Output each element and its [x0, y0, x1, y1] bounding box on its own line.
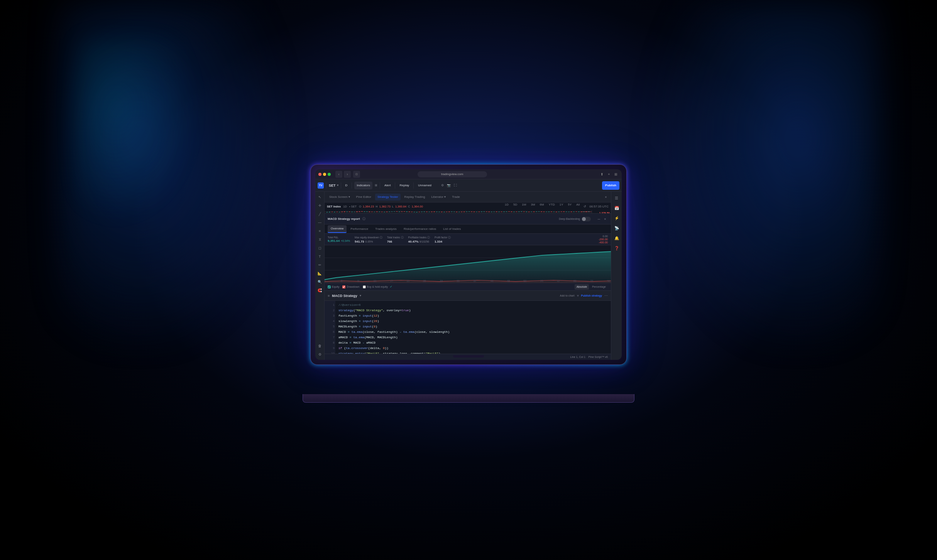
- pencil-tool[interactable]: ✏: [316, 261, 324, 269]
- alerts-icon[interactable]: ⚡: [613, 214, 621, 222]
- news-icon[interactable]: 📡: [613, 224, 621, 232]
- subtab-performance[interactable]: Performance: [347, 225, 371, 233]
- buy-hold-checkbox[interactable]: [363, 285, 366, 288]
- help-icon[interactable]: ❓: [613, 244, 621, 252]
- calendar-icon[interactable]: 📅: [613, 204, 621, 212]
- subtab-risk[interactable]: Risk/performance ratios: [401, 225, 439, 233]
- camera-icon[interactable]: 📷: [447, 184, 451, 187]
- settings-tool[interactable]: ⚙: [316, 351, 324, 358]
- equity-checkbox[interactable]: [328, 285, 331, 288]
- svg-text:441: 441: [490, 280, 494, 282]
- add-tab-button[interactable]: +: [606, 172, 612, 177]
- tf-5d[interactable]: 5D: [512, 203, 519, 210]
- close-dot[interactable]: [318, 173, 321, 176]
- forward-button[interactable]: ›: [344, 171, 351, 178]
- publish-strategy-button[interactable]: Publish strategy: [581, 294, 602, 297]
- fib-tool[interactable]: ⧖: [316, 236, 324, 243]
- trash-tool[interactable]: 🗑: [316, 342, 324, 350]
- max-dd-info[interactable]: ⓘ: [380, 236, 382, 240]
- channel-tool[interactable]: ≡: [316, 227, 324, 235]
- replay-button[interactable]: Replay: [397, 182, 411, 189]
- profit-factor-info[interactable]: ⓘ: [448, 236, 451, 240]
- code-editor: ≡ MACD Strategy ▾ Add to chart ▾ Publish…: [325, 290, 611, 360]
- tester-minimize[interactable]: ─: [596, 216, 602, 222]
- tester-close[interactable]: ×: [602, 216, 608, 222]
- indicators-button[interactable]: Indicators: [354, 182, 372, 189]
- zoom-tool[interactable]: 🔍: [316, 278, 324, 286]
- magnet-tool[interactable]: 🧲: [316, 287, 324, 294]
- alert-button[interactable]: Alert: [382, 182, 392, 189]
- total-trades-info[interactable]: ⓘ: [401, 236, 404, 240]
- gear-icon[interactable]: ⚙: [441, 184, 444, 187]
- window-tile-button[interactable]: ⊡: [353, 171, 360, 178]
- cursor-position: Line 1, Col 1: [570, 356, 585, 358]
- max-dd-pct: 0.05%: [365, 240, 373, 243]
- tab-stock-screen[interactable]: Stock Screen ▾: [327, 194, 352, 201]
- max-dd-label-row: Max equity drawdown ⓘ: [355, 236, 382, 240]
- tf-btn-D[interactable]: D: [343, 182, 350, 189]
- tf-1y[interactable]: 1Y: [558, 203, 565, 210]
- tab-pine-editor[interactable]: Pine Editor: [354, 194, 374, 201]
- text-tool[interactable]: T: [316, 253, 324, 260]
- watchlist-icon[interactable]: ☰: [613, 194, 621, 202]
- indicators-more[interactable]: ⊞: [375, 184, 377, 187]
- tf-1d[interactable]: 1D: [503, 203, 510, 210]
- subtab-trades-analysis[interactable]: Trades analysis: [372, 225, 400, 233]
- tf-1m[interactable]: 1M: [520, 203, 528, 210]
- shape-tool[interactable]: ◻: [316, 244, 324, 252]
- measure-tool[interactable]: 📐: [316, 270, 324, 277]
- chart-canvas[interactable]: 1,378.50 Harold Harold2 Harold3 Harold4: [325, 210, 592, 213]
- tf-ytd[interactable]: YTD: [547, 203, 556, 210]
- info-icon[interactable]: ⓘ: [362, 217, 365, 221]
- subtab-overview[interactable]: Overview: [328, 225, 347, 233]
- equity-chart[interactable]: 1 45 89 133 177 221 265 309 353: [325, 245, 611, 283]
- percentage-button[interactable]: Percentage: [590, 284, 608, 290]
- hline-tool[interactable]: —: [316, 219, 324, 226]
- tf-3m[interactable]: 3M: [529, 203, 536, 210]
- code-content[interactable]: //@version=6 strategy("MACD Strategy", o…: [335, 301, 611, 354]
- panel-close-btn[interactable]: ×: [603, 194, 609, 200]
- svg-rect-51: [409, 212, 410, 212]
- tf-5y[interactable]: 5Y: [567, 203, 573, 210]
- subtab-list-of-trades[interactable]: List of trades: [440, 225, 464, 233]
- profit-factor-value: 1.334: [435, 240, 451, 243]
- code-line-6: MACD = ta.ema(close, fastLength) - ta.em…: [338, 329, 608, 335]
- code-9-fn: ta.crossover: [346, 346, 368, 350]
- editor-dropdown[interactable]: ▾: [360, 294, 361, 297]
- tab-replay-trading[interactable]: Replay Trading: [402, 194, 428, 201]
- unnamed-button[interactable]: Unnamed: [416, 182, 433, 189]
- share-button[interactable]: ⬆: [599, 172, 605, 177]
- profitable-label-row: Profitable trades ⓘ: [408, 236, 430, 240]
- line-tool[interactable]: ╱: [316, 210, 324, 218]
- notifications-icon[interactable]: 🔔: [613, 234, 621, 242]
- tf-6m[interactable]: 6M: [538, 203, 546, 210]
- deep-backtesting-toggle[interactable]: [582, 217, 591, 221]
- drawdown-checkbox[interactable]: [342, 285, 345, 288]
- cursor-tool[interactable]: ↖: [316, 193, 324, 201]
- tab-trade[interactable]: Trade: [450, 194, 462, 201]
- maximize-dot[interactable]: [328, 173, 331, 176]
- profitable-info[interactable]: ⓘ: [427, 236, 430, 240]
- code-5-fn: input: [362, 325, 372, 328]
- replay-icon[interactable]: ↺: [584, 205, 586, 208]
- add-to-chart-button[interactable]: Add to chart: [560, 294, 575, 297]
- max-dd-value: 541.73: [355, 240, 364, 243]
- absolute-button[interactable]: Absolute: [575, 284, 589, 290]
- svg-rect-57: [424, 211, 425, 212]
- minimize-dot[interactable]: [323, 173, 326, 176]
- chart-panels: SET Index 1D • SET O 1,364.23 H 1,382.73…: [325, 202, 611, 360]
- crosshair-tool[interactable]: ✛: [316, 202, 324, 209]
- tab-liberator[interactable]: Liberator ▾: [429, 194, 448, 201]
- more-options-icon[interactable]: ⋯: [604, 294, 608, 298]
- symbol-display[interactable]: SET ▾: [329, 184, 338, 187]
- fullscreen-icon[interactable]: ⛶: [454, 184, 457, 187]
- publish-button[interactable]: Publish: [602, 181, 619, 190]
- total-pnl-stat: Total P&L 9,351.64 +0.34%: [328, 236, 350, 243]
- tf-all[interactable]: All: [575, 203, 581, 210]
- url-bar[interactable]: tradingview.com: [418, 171, 487, 177]
- tab-strategy-tester[interactable]: Strategy Tester: [375, 194, 401, 201]
- back-button[interactable]: ‹: [335, 171, 342, 178]
- extensions-button[interactable]: ⊞: [613, 172, 619, 177]
- code-8-var: delta: [338, 341, 350, 344]
- svg-text:705: 705: [590, 280, 594, 282]
